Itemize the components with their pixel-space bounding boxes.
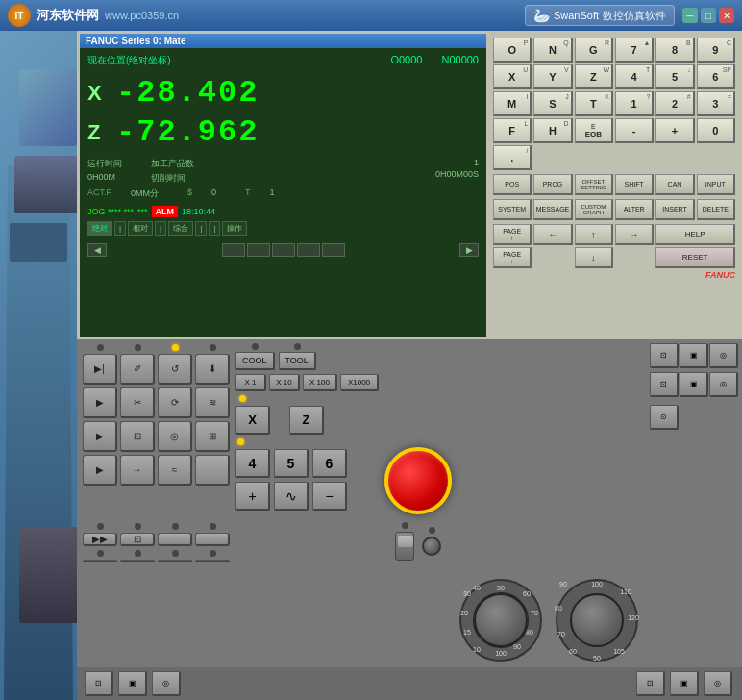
- bottom-right-btn-2[interactable]: ▣: [670, 671, 699, 696]
- ctrl-btn-20[interactable]: [195, 533, 230, 546]
- mode-ops-label[interactable]: 操作: [222, 221, 247, 236]
- small-btn-7[interactable]: ⊙: [650, 405, 679, 430]
- bottom-right-btn-1[interactable]: ⊡: [636, 671, 665, 696]
- small-btn-3[interactable]: ◎: [709, 343, 738, 368]
- key-plus[interactable]: +: [655, 118, 694, 143]
- mode-abs-button[interactable]: 绝对: [87, 221, 112, 236]
- key-SHIFT[interactable]: SHIFT: [615, 174, 654, 195]
- key-dot[interactable]: /.: [493, 145, 532, 170]
- key-Z[interactable]: WZ: [575, 64, 613, 89]
- cool-button[interactable]: COOL: [235, 352, 275, 370]
- key-HELP[interactable]: HELP: [655, 224, 735, 245]
- key-H[interactable]: DH: [533, 118, 572, 143]
- ctrl-btn-19[interactable]: [158, 533, 192, 546]
- ctrl-btn-21[interactable]: [83, 560, 117, 562]
- z-axis-button[interactable]: Z: [289, 406, 324, 435]
- key-CUSTOM[interactable]: CUSTOMGRAPH: [575, 199, 613, 220]
- key-6[interactable]: SP6: [697, 64, 735, 89]
- key-page-down[interactable]: PAGE↓: [493, 247, 532, 268]
- key-2[interactable]: #2: [655, 91, 694, 116]
- small-btn-5[interactable]: ▣: [680, 372, 708, 397]
- tool-button[interactable]: TOOL: [279, 352, 316, 370]
- scroll-right-button[interactable]: ▶: [459, 243, 479, 257]
- key-G[interactable]: RG: [575, 38, 613, 62]
- small-btn-6[interactable]: ◎: [709, 372, 738, 397]
- ctrl-btn-17[interactable]: ▶▶: [83, 533, 117, 546]
- num-4-button[interactable]: 4: [235, 449, 270, 478]
- close-button[interactable]: ✕: [719, 8, 734, 23]
- key-up[interactable]: ↑: [575, 224, 613, 245]
- key-INSERT[interactable]: INSERT: [655, 199, 694, 220]
- nav-btn-3[interactable]: [272, 243, 295, 257]
- ctrl-btn-14[interactable]: →: [120, 455, 155, 486]
- spindle-knob[interactable]: [570, 593, 624, 647]
- key-DELETE[interactable]: DELETE: [697, 199, 735, 220]
- x1000-button[interactable]: X1000: [340, 374, 379, 391]
- mode-comp-button[interactable]: |: [155, 221, 166, 236]
- key-SYSTEM[interactable]: SYSTEM: [493, 199, 532, 220]
- key-1[interactable]: ?1: [615, 91, 654, 116]
- key-left[interactable]: ←: [533, 224, 572, 245]
- nav-btn-5[interactable]: [322, 243, 345, 257]
- key-PROG[interactable]: PROG: [533, 174, 572, 195]
- emergency-stop-button[interactable]: [384, 447, 452, 514]
- key-5[interactable]: ↓5: [655, 64, 694, 89]
- key-RESET[interactable]: RESET: [655, 247, 735, 268]
- small-btn-1[interactable]: ⊡: [650, 343, 679, 368]
- num-6-button[interactable]: 6: [312, 449, 347, 478]
- key-minus[interactable]: -: [615, 118, 654, 143]
- x1-button[interactable]: X 1: [235, 374, 266, 391]
- minimize-button[interactable]: ─: [682, 8, 698, 23]
- key-down[interactable]: ↓: [575, 247, 613, 268]
- wave-button[interactable]: ∿: [274, 482, 309, 511]
- key-POS[interactable]: POS: [493, 174, 532, 195]
- ctrl-btn-2[interactable]: ✐: [120, 354, 155, 385]
- key-4[interactable]: T4: [615, 64, 654, 89]
- key-MESSAGE[interactable]: MESSAGE: [533, 199, 572, 220]
- key-N[interactable]: QN: [533, 38, 572, 62]
- mode-sep1[interactable]: |: [195, 221, 207, 236]
- toggle-switch-1[interactable]: [395, 532, 414, 561]
- ctrl-btn-23[interactable]: [158, 560, 192, 562]
- nav-btn-4[interactable]: [297, 243, 320, 257]
- ctrl-btn-13[interactable]: ▶: [83, 455, 117, 486]
- key-3[interactable]: =3: [697, 91, 735, 116]
- ctrl-btn-6[interactable]: ✂: [120, 388, 155, 418]
- feed-knob[interactable]: [474, 593, 528, 647]
- key-S[interactable]: JS: [533, 91, 572, 116]
- key-7[interactable]: ▲7: [615, 38, 654, 62]
- bottom-right-btn-3[interactable]: ◎: [704, 671, 732, 696]
- ctrl-btn-4[interactable]: ⬇: [195, 354, 230, 385]
- mode-rel-button[interactable]: |: [114, 221, 126, 236]
- key-X[interactable]: UX: [493, 64, 532, 89]
- key-8[interactable]: B8: [655, 38, 694, 62]
- key-Y[interactable]: VY: [533, 64, 572, 89]
- ctrl-btn-11[interactable]: ◎: [158, 421, 192, 452]
- ctrl-btn-1[interactable]: ▶|: [83, 354, 117, 385]
- x10-button[interactable]: X 10: [269, 374, 300, 391]
- key-INPUT[interactable]: INPUT: [697, 174, 735, 195]
- key-OFFSET[interactable]: OFFSETSETTING: [575, 174, 613, 195]
- ctrl-btn-15[interactable]: ≈: [158, 455, 192, 486]
- bottom-btn-1[interactable]: ⊡: [85, 671, 113, 696]
- key-0[interactable]: 0: [697, 118, 735, 143]
- ctrl-btn-10[interactable]: ⊡: [120, 421, 155, 452]
- small-btn-4[interactable]: ⊡: [650, 372, 679, 397]
- bottom-btn-3[interactable]: ◎: [152, 671, 181, 696]
- key-9[interactable]: C9: [697, 38, 735, 62]
- ctrl-btn-18[interactable]: ⊡: [120, 533, 155, 546]
- key-O[interactable]: PO: [493, 38, 532, 62]
- ctrl-btn-9[interactable]: ▶: [83, 421, 117, 452]
- mode-rel-label[interactable]: 相对: [128, 221, 153, 236]
- key-ALTER[interactable]: ALTER: [615, 199, 654, 220]
- key-CAN[interactable]: CAN: [655, 174, 694, 195]
- num-5-button[interactable]: 5: [274, 449, 309, 478]
- key-EOB[interactable]: EEOB: [575, 118, 613, 143]
- ctrl-btn-5[interactable]: ▶: [83, 388, 117, 418]
- key-M[interactable]: IM: [493, 91, 532, 116]
- ctrl-btn-22[interactable]: [120, 560, 155, 562]
- key-right[interactable]: →: [615, 224, 654, 245]
- nav-btn-1[interactable]: [222, 243, 245, 257]
- scroll-left-button[interactable]: ◀: [87, 243, 107, 257]
- nav-btn-2[interactable]: [247, 243, 270, 257]
